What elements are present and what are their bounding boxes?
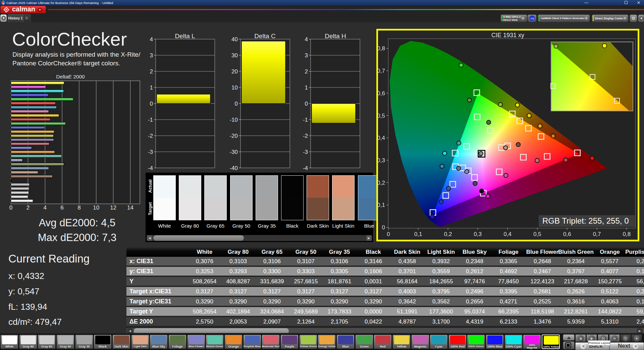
svg-text:0,8: 0,8 — [377, 45, 385, 52]
svg-text:-2: -2 — [303, 133, 308, 139]
svg-text:14: 14 — [127, 205, 133, 211]
svg-text:0,6: 0,6 — [563, 231, 571, 237]
svg-text:0,8: 0,8 — [623, 231, 631, 237]
svg-text:0: 0 — [150, 101, 153, 107]
svg-text:-20: -20 — [229, 133, 238, 139]
svg-text:0,2: 0,2 — [377, 180, 385, 186]
svg-text:2: 2 — [305, 68, 308, 75]
svg-text:0,5: 0,5 — [377, 113, 385, 119]
svg-text:0,5: 0,5 — [533, 231, 541, 237]
svg-text:0,1: 0,1 — [414, 231, 422, 237]
svg-text:20: 20 — [231, 68, 238, 75]
svg-text:-10: -10 — [229, 117, 238, 123]
svg-text:0,6: 0,6 — [377, 90, 385, 97]
svg-text:10: 10 — [231, 84, 238, 91]
svg-text:3: 3 — [305, 52, 308, 59]
svg-text:-3: -3 — [148, 149, 153, 155]
svg-text:40: 40 — [231, 36, 238, 43]
svg-text:2: 2 — [26, 205, 30, 211]
svg-text:4: 4 — [150, 36, 153, 43]
svg-text:0,2: 0,2 — [444, 231, 452, 237]
svg-text:-1: -1 — [303, 117, 308, 123]
svg-text:1: 1 — [305, 84, 308, 91]
svg-text:10: 10 — [93, 205, 99, 211]
svg-text:-40: -40 — [229, 165, 238, 171]
svg-text:4: 4 — [305, 36, 308, 43]
svg-text:8: 8 — [77, 205, 80, 211]
svg-text:0,4: 0,4 — [503, 231, 512, 237]
svg-text:-4: -4 — [148, 165, 153, 171]
svg-text:-30: -30 — [229, 149, 238, 155]
svg-text:0,1: 0,1 — [377, 202, 385, 208]
svg-text:6: 6 — [60, 205, 63, 211]
svg-text:0: 0 — [387, 231, 390, 237]
svg-text:0: 0 — [382, 224, 385, 231]
svg-text:4: 4 — [44, 205, 47, 211]
svg-text:2: 2 — [150, 68, 153, 75]
svg-text:-4: -4 — [303, 165, 308, 171]
svg-text:-1: -1 — [148, 117, 153, 123]
svg-text:1: 1 — [150, 84, 153, 91]
svg-text:0,4: 0,4 — [377, 135, 385, 141]
svg-text:12: 12 — [110, 205, 116, 211]
svg-text:-3: -3 — [303, 149, 308, 155]
svg-text:0,3: 0,3 — [474, 231, 482, 237]
svg-text:0: 0 — [305, 101, 308, 107]
svg-text:0: 0 — [234, 101, 237, 107]
svg-text:-2: -2 — [148, 133, 153, 139]
svg-text:3: 3 — [150, 52, 153, 59]
svg-text:30: 30 — [231, 52, 238, 59]
svg-text:0,3: 0,3 — [377, 157, 385, 164]
svg-text:0,7: 0,7 — [593, 231, 601, 237]
svg-text:0,7: 0,7 — [377, 68, 385, 74]
svg-text:0: 0 — [9, 205, 12, 211]
